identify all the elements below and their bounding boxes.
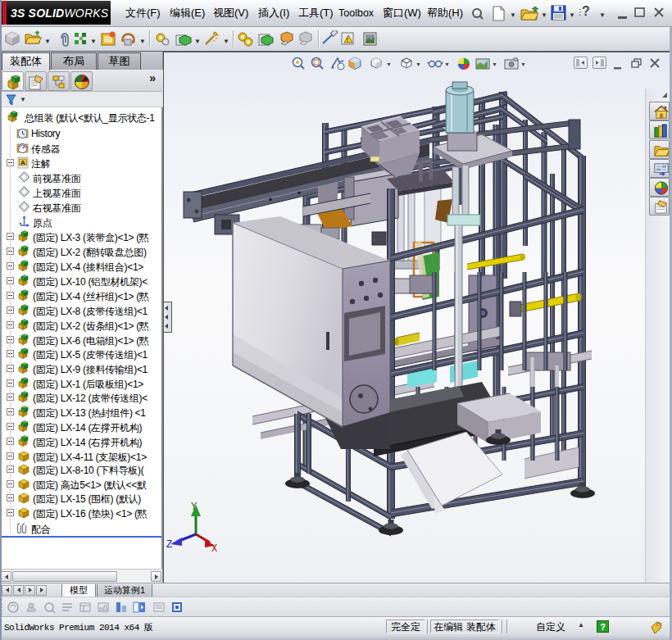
svg-text:A: A xyxy=(20,159,25,166)
svg-text:!: ! xyxy=(347,37,348,43)
